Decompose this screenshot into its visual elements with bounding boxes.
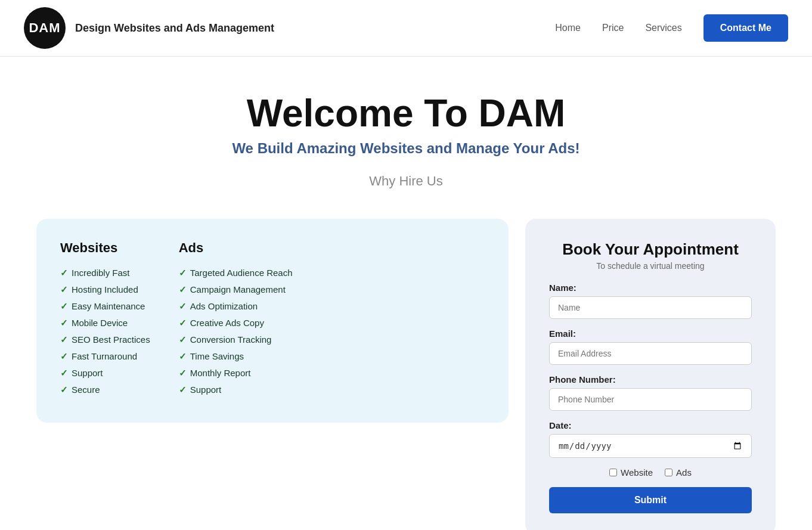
- submit-button[interactable]: Submit: [549, 487, 752, 513]
- check-icon: ✓: [60, 268, 68, 278]
- list-item: ✓Mobile Device: [60, 318, 150, 328]
- list-item: ✓SEO Best Practices: [60, 334, 150, 345]
- check-icon: ✓: [60, 368, 68, 379]
- nav-link-services[interactable]: Services: [645, 23, 681, 33]
- ads-checkbox[interactable]: [665, 469, 672, 476]
- service-checkboxes: Website Ads: [549, 467, 752, 478]
- list-item: ✓Ads Optimization: [179, 301, 293, 312]
- phone-field-group: Phone Number:: [549, 374, 752, 411]
- list-item: ✓Targeted Audience Reach: [179, 268, 293, 278]
- check-icon: ✓: [60, 318, 68, 328]
- appointment-title: Book Your Appointment: [549, 240, 752, 259]
- check-icon: ✓: [60, 301, 68, 312]
- list-item: ✓Monthly Report: [179, 368, 293, 379]
- list-item: ✓Incredibly Fast: [60, 268, 150, 278]
- main-section: Websites ✓Incredibly Fast ✓Hosting Inclu…: [13, 207, 799, 530]
- nav-links: Home Price Services Contact Me: [555, 14, 788, 42]
- name-label: Name:: [549, 283, 752, 293]
- website-checkbox-text: Website: [621, 467, 653, 478]
- nav-link-home[interactable]: Home: [555, 23, 581, 33]
- check-icon: ✓: [179, 284, 187, 295]
- check-icon: ✓: [60, 351, 68, 362]
- ads-list: ✓Targeted Audience Reach ✓Campaign Manag…: [179, 268, 293, 395]
- check-icon: ✓: [60, 385, 68, 395]
- check-icon: ✓: [179, 368, 187, 379]
- list-item: ✓Campaign Management: [179, 284, 293, 295]
- list-item: ✓Support: [179, 385, 293, 395]
- contact-button[interactable]: Contact Me: [703, 14, 788, 42]
- list-item: ✓Time Savings: [179, 351, 293, 362]
- nav-link-price[interactable]: Price: [602, 23, 624, 33]
- hero-subtitle: We Build Amazing Websites and Manage You…: [12, 140, 800, 157]
- ads-checkbox-label[interactable]: Ads: [665, 467, 692, 478]
- hero-section: Welcome To DAM We Build Amazing Websites…: [0, 57, 812, 207]
- date-input[interactable]: [549, 434, 752, 458]
- appointment-card: Book Your Appointment To schedule a virt…: [525, 219, 776, 530]
- check-icon: ✓: [179, 385, 187, 395]
- list-item: ✓Fast Turnaround: [60, 351, 150, 362]
- check-icon: ✓: [179, 351, 187, 362]
- date-label: Date:: [549, 420, 752, 430]
- logo-text: DAM: [29, 20, 60, 36]
- list-item: ✓Creative Ads Copy: [179, 318, 293, 328]
- navbar: DAM Design Websites and Ads Management H…: [0, 0, 812, 57]
- features-columns: Websites ✓Incredibly Fast ✓Hosting Inclu…: [60, 240, 485, 401]
- website-checkbox[interactable]: [609, 469, 617, 476]
- check-icon: ✓: [179, 301, 187, 312]
- brand-name: Design Websites and Ads Management: [75, 22, 274, 35]
- name-field-group: Name:: [549, 283, 752, 319]
- brand: DAM Design Websites and Ads Management: [24, 7, 274, 49]
- website-checkbox-label[interactable]: Website: [609, 467, 653, 478]
- check-icon: ✓: [179, 334, 187, 345]
- appointment-subtitle: To schedule a virtual meeting: [549, 261, 752, 271]
- phone-input[interactable]: [549, 388, 752, 411]
- list-item: ✓Hosting Included: [60, 284, 150, 295]
- ads-column: Ads ✓Targeted Audience Reach ✓Campaign M…: [179, 240, 293, 401]
- check-icon: ✓: [60, 284, 68, 295]
- logo: DAM: [24, 7, 66, 49]
- list-item: ✓Conversion Tracking: [179, 334, 293, 345]
- websites-column: Websites ✓Incredibly Fast ✓Hosting Inclu…: [60, 240, 150, 401]
- check-icon: ✓: [60, 334, 68, 345]
- email-label: Email:: [549, 328, 752, 339]
- features-card: Websites ✓Incredibly Fast ✓Hosting Inclu…: [36, 219, 509, 423]
- list-item: ✓Secure: [60, 385, 150, 395]
- phone-label: Phone Number:: [549, 374, 752, 385]
- email-input[interactable]: [549, 342, 752, 365]
- list-item: ✓Easy Maintenance: [60, 301, 150, 312]
- ads-heading: Ads: [179, 240, 293, 256]
- hero-title: Welcome To DAM: [12, 92, 800, 134]
- name-input[interactable]: [549, 296, 752, 319]
- websites-list: ✓Incredibly Fast ✓Hosting Included ✓Easy…: [60, 268, 150, 395]
- why-hire-us-label: Why Hire Us: [12, 173, 800, 189]
- date-field-group: Date:: [549, 420, 752, 458]
- list-item: ✓Support: [60, 368, 150, 379]
- email-field-group: Email:: [549, 328, 752, 365]
- websites-heading: Websites: [60, 240, 150, 256]
- ads-checkbox-text: Ads: [676, 467, 692, 478]
- check-icon: ✓: [179, 268, 187, 278]
- check-icon: ✓: [179, 318, 187, 328]
